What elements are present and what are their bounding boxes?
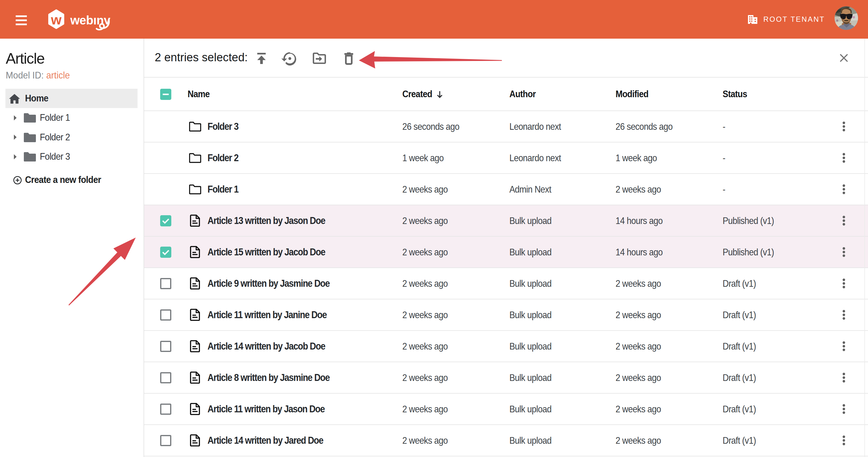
svg-text:w: w [51, 12, 62, 27]
